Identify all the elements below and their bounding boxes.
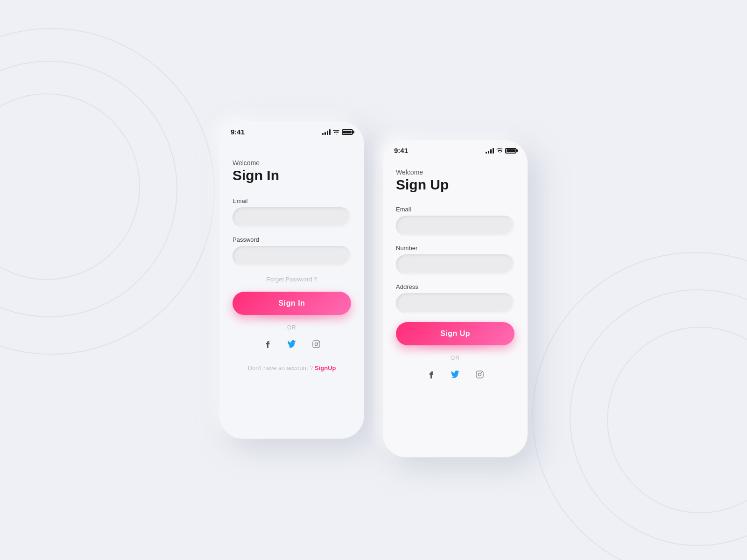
wifi-dot [336, 134, 337, 134]
signin-email-input[interactable] [233, 207, 351, 228]
signin-welcome-label: Welcome [233, 159, 351, 167]
signup-signal [486, 148, 494, 154]
signup-wifi [496, 148, 503, 153]
signup-status-icons [486, 148, 516, 154]
signup-twitter-icon[interactable] [448, 367, 463, 382]
wifi-dot [499, 153, 500, 153]
wifi-arc-mid [498, 150, 502, 152]
signin-social-icons [233, 336, 351, 351]
signin-forget-password: Forget Password ? [233, 275, 351, 283]
signup-number-label: Number [396, 245, 514, 252]
signin-email-group: Email [233, 197, 351, 228]
signin-status-bar: 9:41 [219, 121, 364, 140]
signup-facebook-icon[interactable] [423, 367, 438, 382]
signup-phone: 9:41 Welcome [383, 140, 528, 457]
forget-password-text[interactable]: Forget Password ? [266, 276, 317, 283]
signin-title: Sign In [233, 168, 351, 183]
signin-instagram-icon[interactable] [309, 336, 324, 351]
ring-right-3 [532, 252, 747, 560]
signup-email-group: Email [396, 206, 514, 236]
signup-status-bar: 9:41 [383, 140, 528, 159]
signin-signup-link[interactable]: SignUp [315, 364, 336, 371]
wifi-arc-mid [334, 132, 338, 133]
signin-time: 9:41 [231, 128, 245, 136]
ring-left-3 [0, 28, 215, 355]
signup-time: 9:41 [394, 147, 408, 154]
signin-button[interactable]: Sign In [233, 292, 351, 315]
signup-email-label: Email [396, 206, 514, 213]
ring-right-2 [570, 289, 747, 546]
signin-or-divider: OR [233, 324, 351, 331]
signal-bar-2 [488, 151, 489, 154]
svg-point-2 [317, 342, 318, 343]
signup-address-input[interactable] [396, 293, 514, 314]
signin-signal [322, 129, 331, 135]
signup-social-icons [396, 367, 514, 382]
signup-address-label: Address [396, 283, 514, 290]
ring-right-1 [607, 327, 747, 513]
phones-wrapper: 9:41 Welcome [219, 103, 528, 457]
signin-wifi [333, 130, 339, 134]
signin-status-icons [322, 129, 353, 135]
signal-bar-2 [324, 132, 326, 135]
signal-bar-3 [490, 149, 492, 154]
signin-bottom-text: Don't have an account ? [248, 364, 313, 371]
signin-phone: 9:41 Welcome [219, 121, 364, 439]
signup-button-reflection [420, 345, 491, 349]
signin-password-input[interactable] [233, 246, 351, 266]
battery-fill [507, 149, 515, 152]
signup-content: Welcome Sign Up Email Number Address Sig… [383, 159, 528, 399]
signin-twitter-icon[interactable] [284, 336, 299, 351]
svg-rect-3 [476, 371, 483, 378]
wifi-arc-outer [496, 148, 503, 150]
svg-rect-0 [313, 341, 320, 348]
ring-left-2 [0, 61, 177, 317]
signup-welcome-label: Welcome [396, 168, 514, 176]
signup-battery [505, 148, 516, 154]
ring-left-1 [0, 93, 140, 280]
signal-bar-1 [322, 133, 324, 135]
signin-password-label: Password [233, 236, 351, 243]
signin-bottom-link: Don't have an account ? SignUp [233, 364, 351, 371]
signup-title: Sign Up [396, 177, 514, 193]
signup-or-divider: OR [396, 355, 514, 361]
signup-address-group: Address [396, 283, 514, 314]
signup-button[interactable]: Sign Up [396, 322, 514, 345]
signin-button-reflection [256, 315, 327, 319]
signup-email-input[interactable] [396, 216, 514, 236]
svg-point-1 [315, 343, 317, 345]
signup-number-input[interactable] [396, 254, 514, 275]
svg-point-5 [481, 372, 482, 373]
signal-bar-4 [329, 129, 331, 135]
svg-point-4 [478, 373, 481, 376]
signin-facebook-icon[interactable] [260, 336, 275, 351]
signin-email-label: Email [233, 197, 351, 204]
signal-bar-3 [327, 131, 328, 135]
signal-bar-4 [493, 148, 494, 154]
battery-fill [343, 131, 352, 133]
signin-password-group: Password [233, 236, 351, 266]
signin-battery [342, 129, 353, 135]
signal-bar-1 [486, 152, 487, 154]
signup-instagram-icon[interactable] [472, 367, 487, 382]
wifi-arc-outer [333, 130, 339, 131]
signin-content: Welcome Sign In Email Password Forget Pa… [219, 140, 364, 385]
signup-number-group: Number [396, 245, 514, 275]
